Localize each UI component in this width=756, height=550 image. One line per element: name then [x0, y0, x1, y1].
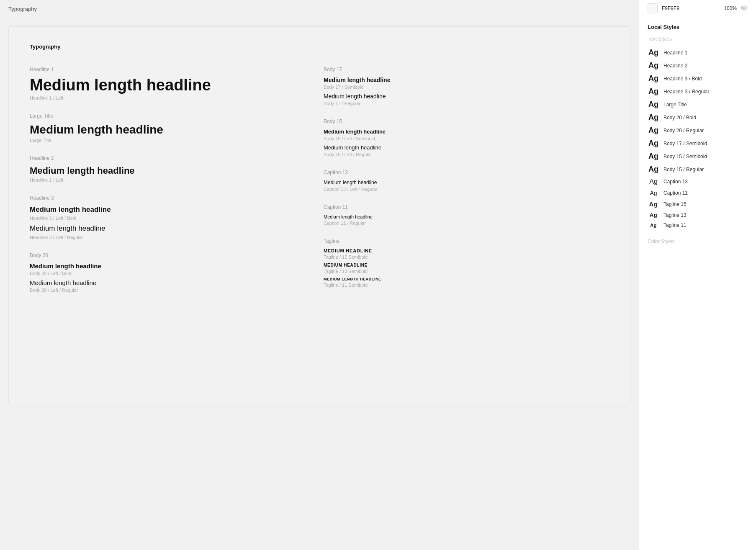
text-styles-heading: Text Styles	[648, 36, 748, 42]
ag-caption11: Ag	[648, 190, 659, 196]
style-item-body15regular[interactable]: Ag Body 15 / Regular	[648, 163, 748, 176]
color-styles-heading: Color Styles	[648, 239, 748, 244]
style-item-body20bold[interactable]: Ag Body 20 / Bold	[648, 111, 748, 124]
style-item-headline3regular[interactable]: Ag Headline 3 / Regular	[648, 85, 748, 98]
background-hex: F9F9F9	[662, 5, 720, 11]
sublabel-headline1: Headline 1 / Left	[30, 95, 315, 100]
style-name-headline1: Headline 1	[663, 50, 687, 56]
sublabel-tagline13: Tagline / 13 Semibold	[324, 269, 609, 274]
sublabel-caption11: Caption 11 / Regular	[324, 221, 609, 226]
section-label-largetitle: Large Title	[30, 113, 315, 119]
ag-headline1: Ag	[648, 48, 659, 57]
type-columns: Headline 1 Medium length headline Headli…	[30, 67, 609, 305]
style-item-body20regular[interactable]: Ag Body 20 / Regular	[648, 124, 748, 137]
section-label-caption13: Caption 13	[324, 170, 609, 175]
style-name-tagline13: Tagline 13	[663, 212, 687, 218]
section-label-body15: Body 15	[324, 118, 609, 124]
ag-body15semibold: Ag	[648, 152, 659, 161]
section-body17: Body 17 Medium length headline Body 17 /…	[324, 67, 609, 106]
display-tagline11: Medium length headline	[324, 277, 609, 281]
style-name-tagline11: Tagline 11	[663, 222, 687, 228]
style-item-tagline15[interactable]: Ag Tagline 15	[648, 198, 748, 210]
section-caption11: Caption 11 Medium length headline Captio…	[324, 204, 609, 226]
section-headline1: Headline 1 Medium length headline Headli…	[30, 67, 315, 100]
sublabel-body15-semibold: Body 15 / Left / Semibold	[324, 136, 609, 141]
page-title-bar: Typography	[0, 0, 639, 18]
ag-body20bold: Ag	[648, 113, 659, 122]
section-largetitle: Large Title Medium length headline Large…	[30, 113, 315, 143]
left-column: Headline 1 Medium length headline Headli…	[30, 67, 315, 305]
style-name-caption11: Caption 11	[663, 190, 688, 196]
style-name-tagline15: Tagline 15	[663, 201, 687, 207]
display-caption13: Medium length headline	[324, 180, 609, 185]
section-label-body17: Body 17	[324, 67, 609, 72]
section-label-caption11: Caption 11	[324, 204, 609, 210]
style-name-headline3bold: Headline 3 / Bold	[663, 76, 702, 82]
display-body15-semibold: Medium length headline	[324, 129, 609, 135]
style-item-headline1[interactable]: Ag Headline 1	[648, 46, 748, 59]
style-item-headline2[interactable]: Ag Headline 2	[648, 59, 748, 72]
display-headline2: Medium length headline	[30, 165, 315, 176]
style-item-tagline11[interactable]: Ag Tagline 11	[648, 220, 748, 230]
frame-title: Typography	[30, 44, 609, 50]
ag-tagline11: Ag	[648, 223, 659, 228]
section-label-tagline: Tagline	[324, 238, 609, 244]
style-name-body20regular: Body 20 / Regular	[663, 128, 704, 134]
style-name-caption13: Caption 13	[663, 179, 688, 185]
ag-tagline13: Ag	[648, 212, 659, 218]
display-tagline13: MEDIUM HEADLINE	[324, 263, 609, 267]
background-opacity: 100%	[724, 5, 737, 11]
frame-card: Typography Headline 1 Medium length head…	[8, 26, 630, 403]
ag-headline3regular: Ag	[648, 87, 659, 96]
display-body20-regular: Medium length headline	[30, 279, 315, 286]
ag-headline3bold: Ag	[648, 74, 659, 83]
sublabel-body20-bold: Body 20 / Left / Bold	[30, 271, 315, 276]
style-name-largetitle: Large Title	[663, 102, 687, 108]
ag-caption13: Ag	[648, 178, 659, 185]
canvas-container[interactable]: Typography Headline 1 Medium length head…	[0, 18, 639, 550]
style-item-caption11[interactable]: Ag Caption 11	[648, 188, 748, 198]
display-headline3-bold: Medium length headline	[30, 205, 315, 214]
display-headline1: Medium length headline	[30, 77, 315, 94]
ag-largetitle: Ag	[648, 100, 659, 109]
style-item-tagline13[interactable]: Ag Tagline 13	[648, 210, 748, 220]
svg-point-0	[743, 7, 745, 9]
section-label-body20: Body 20	[30, 252, 315, 258]
style-item-largetitle[interactable]: Ag Large Title	[648, 98, 748, 111]
sublabel-tagline15: Tagline / 15 Semibold	[324, 254, 609, 260]
style-item-body15semibold[interactable]: Ag Body 15 / Semibold	[648, 150, 748, 163]
style-item-body17semibold[interactable]: Ag Body 17 / Semibold	[648, 137, 748, 150]
display-largetitle: Medium length headline	[30, 123, 315, 136]
style-name-body20bold: Body 20 / Bold	[663, 115, 696, 121]
main-area: Typography Typography Headline 1 Medium …	[0, 0, 639, 550]
display-caption11: Medium length headline	[324, 214, 609, 219]
ag-body15regular: Ag	[648, 165, 659, 174]
page-title: Typography	[8, 6, 37, 12]
style-item-caption13[interactable]: Ag Caption 13	[648, 176, 748, 188]
ag-body20regular: Ag	[648, 126, 659, 135]
style-name-body17semibold: Body 17 / Semibold	[663, 141, 707, 146]
ag-body17semibold: Ag	[648, 139, 659, 148]
sublabel-headline3-regular: Headline 3 / Left / Regular	[30, 235, 315, 240]
sublabel-largetitle: Large Title	[30, 138, 315, 143]
section-label-headline1: Headline 1	[30, 67, 315, 72]
section-headline3: Headline 3 Medium length headline Headli…	[30, 195, 315, 239]
section-label-headline3: Headline 3	[30, 195, 315, 201]
sublabel-body20-regular: Body 20 / Left / Regular	[30, 288, 315, 293]
section-body15: Body 15 Medium length headline Body 15 /…	[324, 118, 609, 157]
sublabel-headline3-bold: Headline 3 / Left / Bold	[30, 216, 315, 221]
sublabel-tagline11: Tagline / 11 Semibold	[324, 283, 609, 288]
style-name-body15semibold: Body 15 / Semibold	[663, 154, 707, 159]
style-name-headline3regular: Headline 3 / Regular	[663, 89, 709, 95]
background-color-swatch[interactable]	[648, 3, 658, 13]
display-tagline15: MEDIUM HEADLINE	[324, 248, 609, 253]
right-column: Body 17 Medium length headline Body 17 /…	[324, 67, 609, 305]
visibility-icon[interactable]	[741, 5, 748, 13]
sublabel-headline2: Headline 2 / Left	[30, 177, 315, 182]
display-body15-regular: Medium length headline	[324, 144, 609, 151]
style-item-headline3bold[interactable]: Ag Headline 3 / Bold	[648, 72, 748, 85]
section-body20: Body 20 Medium length headline Body 20 /…	[30, 252, 315, 293]
sublabel-body15-regular: Body 15 / Left / Regular	[324, 152, 609, 157]
right-panel: F9F9F9 100% Local Styles Text Styles Ag …	[639, 0, 756, 550]
ag-headline2: Ag	[648, 61, 659, 70]
